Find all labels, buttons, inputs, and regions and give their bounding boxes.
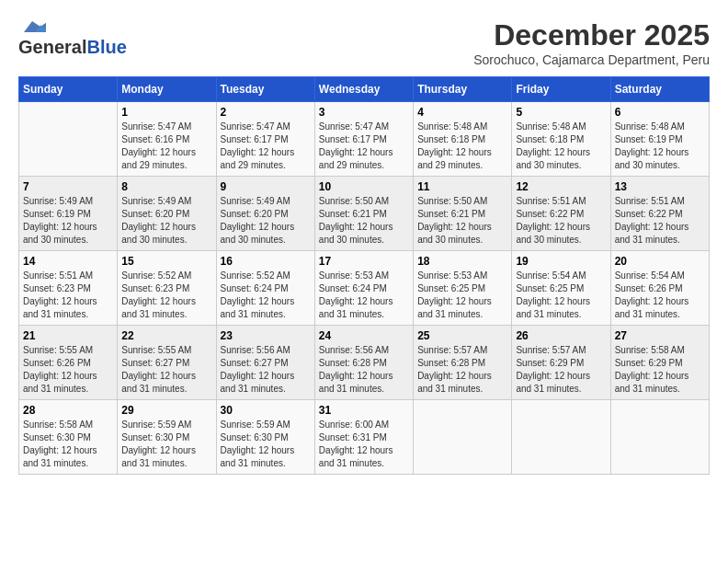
day-cell: 14Sunrise: 5:51 AMSunset: 6:23 PMDayligh… xyxy=(19,251,118,326)
day-number: 6 xyxy=(615,106,705,119)
day-info: Sunrise: 5:47 AMSunset: 6:17 PMDaylight:… xyxy=(319,121,409,172)
day-cell: 17Sunrise: 5:53 AMSunset: 6:24 PMDayligh… xyxy=(314,251,413,326)
day-info: Sunrise: 5:48 AMSunset: 6:18 PMDaylight:… xyxy=(417,121,507,172)
day-number: 16 xyxy=(221,255,311,268)
day-number: 23 xyxy=(221,329,311,342)
day-number: 2 xyxy=(221,106,311,119)
day-info: Sunrise: 5:49 AMSunset: 6:20 PMDaylight:… xyxy=(121,195,211,247)
day-cell: 21Sunrise: 5:55 AMSunset: 6:26 PMDayligh… xyxy=(19,326,118,400)
day-info: Sunrise: 5:48 AMSunset: 6:19 PMDaylight:… xyxy=(615,121,705,172)
day-info: Sunrise: 5:52 AMSunset: 6:23 PMDaylight:… xyxy=(121,270,211,321)
day-cell: 3Sunrise: 5:47 AMSunset: 6:17 PMDaylight… xyxy=(314,102,413,177)
header: GeneralBlue December 2025 Sorochuco, Caj… xyxy=(18,18,710,67)
day-cell: 25Sunrise: 5:57 AMSunset: 6:28 PMDayligh… xyxy=(414,326,512,400)
day-info: Sunrise: 5:57 AMSunset: 6:28 PMDaylight:… xyxy=(417,344,507,396)
day-number: 8 xyxy=(121,180,211,193)
week-row-1: 1Sunrise: 5:47 AMSunset: 6:16 PMDaylight… xyxy=(19,102,710,177)
day-number: 19 xyxy=(516,255,606,268)
day-info: Sunrise: 5:53 AMSunset: 6:24 PMDaylight:… xyxy=(319,270,409,321)
day-info: Sunrise: 5:56 AMSunset: 6:27 PMDaylight:… xyxy=(221,344,311,396)
logo: GeneralBlue xyxy=(18,18,127,57)
day-number: 18 xyxy=(417,255,507,268)
day-cell: 20Sunrise: 5:54 AMSunset: 6:26 PMDayligh… xyxy=(610,251,709,326)
day-cell: 10Sunrise: 5:50 AMSunset: 6:21 PMDayligh… xyxy=(314,177,413,251)
header-monday: Monday xyxy=(118,77,216,102)
day-number: 31 xyxy=(319,404,409,417)
day-info: Sunrise: 5:54 AMSunset: 6:25 PMDaylight:… xyxy=(516,270,606,321)
day-info: Sunrise: 5:51 AMSunset: 6:22 PMDaylight:… xyxy=(615,195,705,247)
day-cell: 24Sunrise: 5:56 AMSunset: 6:28 PMDayligh… xyxy=(314,326,413,400)
day-number: 13 xyxy=(615,180,705,193)
day-cell: 19Sunrise: 5:54 AMSunset: 6:25 PMDayligh… xyxy=(512,251,610,326)
header-wednesday: Wednesday xyxy=(314,77,413,102)
day-number: 25 xyxy=(417,329,507,342)
day-cell: 28Sunrise: 5:58 AMSunset: 6:30 PMDayligh… xyxy=(19,400,118,475)
day-cell: 4Sunrise: 5:48 AMSunset: 6:18 PMDaylight… xyxy=(414,102,512,177)
day-info: Sunrise: 5:59 AMSunset: 6:30 PMDaylight:… xyxy=(121,419,211,470)
calendar-table: SundayMondayTuesdayWednesdayThursdayFrid… xyxy=(18,76,710,475)
day-info: Sunrise: 5:50 AMSunset: 6:21 PMDaylight:… xyxy=(417,195,507,247)
day-cell: 26Sunrise: 5:57 AMSunset: 6:29 PMDayligh… xyxy=(512,326,610,400)
day-cell: 12Sunrise: 5:51 AMSunset: 6:22 PMDayligh… xyxy=(512,177,610,251)
day-info: Sunrise: 5:59 AMSunset: 6:30 PMDaylight:… xyxy=(221,419,311,470)
day-number: 17 xyxy=(319,255,409,268)
day-info: Sunrise: 5:53 AMSunset: 6:25 PMDaylight:… xyxy=(417,270,507,321)
day-cell: 7Sunrise: 5:49 AMSunset: 6:19 PMDaylight… xyxy=(19,177,118,251)
day-number: 10 xyxy=(319,180,409,193)
day-info: Sunrise: 5:47 AMSunset: 6:17 PMDaylight:… xyxy=(221,121,311,172)
day-cell: 27Sunrise: 5:58 AMSunset: 6:29 PMDayligh… xyxy=(610,326,709,400)
week-row-5: 28Sunrise: 5:58 AMSunset: 6:30 PMDayligh… xyxy=(19,400,710,475)
day-cell: 29Sunrise: 5:59 AMSunset: 6:30 PMDayligh… xyxy=(118,400,216,475)
days-header-row: SundayMondayTuesdayWednesdayThursdayFrid… xyxy=(19,77,710,102)
day-number: 7 xyxy=(23,180,113,193)
day-info: Sunrise: 5:47 AMSunset: 6:16 PMDaylight:… xyxy=(121,121,211,172)
day-info: Sunrise: 5:57 AMSunset: 6:29 PMDaylight:… xyxy=(516,344,606,396)
day-number: 30 xyxy=(221,404,311,417)
day-info: Sunrise: 5:58 AMSunset: 6:29 PMDaylight:… xyxy=(615,344,705,396)
day-number: 14 xyxy=(23,255,113,268)
day-info: Sunrise: 5:50 AMSunset: 6:21 PMDaylight:… xyxy=(319,195,409,247)
day-cell: 8Sunrise: 5:49 AMSunset: 6:20 PMDaylight… xyxy=(118,177,216,251)
header-saturday: Saturday xyxy=(610,77,709,102)
day-number: 11 xyxy=(417,180,507,193)
day-number: 15 xyxy=(121,255,211,268)
day-info: Sunrise: 5:58 AMSunset: 6:30 PMDaylight:… xyxy=(23,419,113,470)
day-number: 5 xyxy=(516,106,606,119)
day-number: 12 xyxy=(516,180,606,193)
day-number: 20 xyxy=(615,255,705,268)
day-number: 1 xyxy=(121,106,211,119)
day-cell xyxy=(610,400,709,475)
day-cell: 5Sunrise: 5:48 AMSunset: 6:18 PMDaylight… xyxy=(512,102,610,177)
location-subtitle: Sorochuco, Cajamarca Department, Peru xyxy=(473,52,710,67)
day-info: Sunrise: 5:55 AMSunset: 6:27 PMDaylight:… xyxy=(121,344,211,396)
day-cell: 2Sunrise: 5:47 AMSunset: 6:17 PMDaylight… xyxy=(216,102,314,177)
day-cell: 9Sunrise: 5:49 AMSunset: 6:20 PMDaylight… xyxy=(216,177,314,251)
week-row-4: 21Sunrise: 5:55 AMSunset: 6:26 PMDayligh… xyxy=(19,326,710,400)
header-friday: Friday xyxy=(512,77,610,102)
day-info: Sunrise: 5:55 AMSunset: 6:26 PMDaylight:… xyxy=(23,344,113,396)
day-cell: 15Sunrise: 5:52 AMSunset: 6:23 PMDayligh… xyxy=(118,251,216,326)
day-cell: 6Sunrise: 5:48 AMSunset: 6:19 PMDaylight… xyxy=(610,102,709,177)
day-number: 4 xyxy=(417,106,507,119)
logo-icon xyxy=(18,18,46,35)
day-info: Sunrise: 5:51 AMSunset: 6:22 PMDaylight:… xyxy=(516,195,606,247)
day-cell xyxy=(512,400,610,475)
day-info: Sunrise: 6:00 AMSunset: 6:31 PMDaylight:… xyxy=(319,419,409,470)
day-cell: 30Sunrise: 5:59 AMSunset: 6:30 PMDayligh… xyxy=(216,400,314,475)
day-cell: 23Sunrise: 5:56 AMSunset: 6:27 PMDayligh… xyxy=(216,326,314,400)
header-tuesday: Tuesday xyxy=(216,77,314,102)
day-cell: 11Sunrise: 5:50 AMSunset: 6:21 PMDayligh… xyxy=(414,177,512,251)
week-row-2: 7Sunrise: 5:49 AMSunset: 6:19 PMDaylight… xyxy=(19,177,710,251)
day-number: 26 xyxy=(516,329,606,342)
month-title: December 2025 xyxy=(473,18,710,52)
day-cell: 22Sunrise: 5:55 AMSunset: 6:27 PMDayligh… xyxy=(118,326,216,400)
day-info: Sunrise: 5:54 AMSunset: 6:26 PMDaylight:… xyxy=(615,270,705,321)
day-number: 29 xyxy=(121,404,211,417)
day-info: Sunrise: 5:51 AMSunset: 6:23 PMDaylight:… xyxy=(23,270,113,321)
title-area: December 2025 Sorochuco, Cajamarca Depar… xyxy=(473,18,710,67)
day-cell: 13Sunrise: 5:51 AMSunset: 6:22 PMDayligh… xyxy=(610,177,709,251)
day-info: Sunrise: 5:56 AMSunset: 6:28 PMDaylight:… xyxy=(319,344,409,396)
day-number: 27 xyxy=(615,329,705,342)
day-number: 3 xyxy=(319,106,409,119)
day-info: Sunrise: 5:49 AMSunset: 6:19 PMDaylight:… xyxy=(23,195,113,247)
